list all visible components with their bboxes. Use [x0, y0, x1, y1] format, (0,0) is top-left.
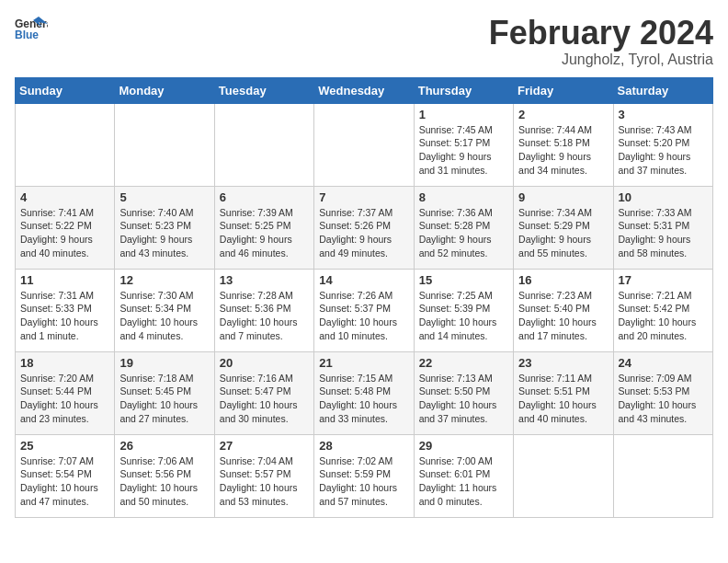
column-header-wednesday: Wednesday — [314, 77, 414, 103]
day-info: Sunrise: 7:25 AM Sunset: 5:39 PM Dayligh… — [419, 289, 508, 343]
day-cell: 27Sunrise: 7:04 AM Sunset: 5:57 PM Dayli… — [214, 434, 313, 517]
day-number: 22 — [419, 356, 508, 370]
day-info: Sunrise: 7:18 AM Sunset: 5:45 PM Dayligh… — [119, 372, 209, 426]
logo: General Blue — [15, 15, 48, 40]
calendar-header: SundayMondayTuesdayWednesdayThursdayFrid… — [16, 77, 713, 103]
day-cell — [214, 103, 313, 186]
day-cell: 28Sunrise: 7:02 AM Sunset: 5:59 PM Dayli… — [314, 434, 414, 517]
day-cell: 25Sunrise: 7:07 AM Sunset: 5:54 PM Dayli… — [16, 434, 115, 517]
day-number: 14 — [319, 273, 408, 287]
day-cell: 24Sunrise: 7:09 AM Sunset: 5:53 PM Dayli… — [613, 351, 712, 434]
day-info: Sunrise: 7:15 AM Sunset: 5:48 PM Dayligh… — [319, 372, 408, 426]
day-number: 8 — [419, 190, 508, 204]
day-cell: 10Sunrise: 7:33 AM Sunset: 5:31 PM Dayli… — [613, 186, 712, 269]
day-info: Sunrise: 7:20 AM Sunset: 5:44 PM Dayligh… — [20, 372, 109, 426]
day-info: Sunrise: 7:45 AM Sunset: 5:17 PM Dayligh… — [419, 123, 508, 178]
day-cell: 13Sunrise: 7:28 AM Sunset: 5:36 PM Dayli… — [214, 269, 313, 351]
day-info: Sunrise: 7:30 AM Sunset: 5:34 PM Dayligh… — [119, 289, 209, 343]
week-row-2: 11Sunrise: 7:31 AM Sunset: 5:33 PM Dayli… — [16, 269, 713, 351]
day-info: Sunrise: 7:26 AM Sunset: 5:37 PM Dayligh… — [319, 289, 408, 343]
day-cell: 17Sunrise: 7:21 AM Sunset: 5:42 PM Dayli… — [613, 269, 712, 351]
day-number: 7 — [319, 190, 408, 204]
day-number: 9 — [518, 190, 608, 204]
day-number: 1 — [419, 108, 508, 121]
day-info: Sunrise: 7:33 AM Sunset: 5:31 PM Dayligh… — [619, 206, 708, 260]
day-cell: 4Sunrise: 7:41 AM Sunset: 5:22 PM Daylig… — [16, 186, 115, 269]
day-number: 4 — [20, 190, 109, 204]
day-number: 26 — [119, 439, 209, 453]
week-row-3: 18Sunrise: 7:20 AM Sunset: 5:44 PM Dayli… — [16, 351, 713, 434]
day-number: 5 — [119, 190, 209, 204]
day-info: Sunrise: 7:02 AM Sunset: 5:59 PM Dayligh… — [319, 454, 408, 509]
day-info: Sunrise: 7:40 AM Sunset: 5:23 PM Dayligh… — [119, 206, 209, 260]
column-header-saturday: Saturday — [613, 77, 712, 103]
day-info: Sunrise: 7:13 AM Sunset: 5:50 PM Dayligh… — [419, 372, 508, 426]
day-info: Sunrise: 7:16 AM Sunset: 5:47 PM Dayligh… — [220, 372, 309, 426]
day-number: 10 — [619, 190, 708, 204]
day-cell: 5Sunrise: 7:40 AM Sunset: 5:23 PM Daylig… — [115, 186, 214, 269]
day-info: Sunrise: 7:36 AM Sunset: 5:28 PM Dayligh… — [419, 206, 508, 260]
day-number: 2 — [518, 108, 608, 121]
day-cell — [115, 103, 214, 186]
day-cell: 14Sunrise: 7:26 AM Sunset: 5:37 PM Dayli… — [314, 269, 414, 351]
week-row-1: 4Sunrise: 7:41 AM Sunset: 5:22 PM Daylig… — [16, 186, 713, 269]
day-cell: 7Sunrise: 7:37 AM Sunset: 5:26 PM Daylig… — [314, 186, 414, 269]
day-cell — [314, 103, 414, 186]
day-number: 19 — [119, 356, 209, 370]
main-title: February 2024 — [489, 15, 713, 52]
day-cell: 19Sunrise: 7:18 AM Sunset: 5:45 PM Dayli… — [115, 351, 214, 434]
day-number: 12 — [119, 273, 209, 287]
day-info: Sunrise: 7:28 AM Sunset: 5:36 PM Dayligh… — [220, 289, 309, 343]
day-cell — [613, 434, 712, 517]
day-number: 21 — [319, 356, 408, 370]
day-number: 23 — [518, 356, 608, 370]
day-info: Sunrise: 7:04 AM Sunset: 5:57 PM Dayligh… — [220, 454, 309, 509]
day-info: Sunrise: 7:00 AM Sunset: 6:01 PM Dayligh… — [419, 454, 508, 509]
week-row-4: 25Sunrise: 7:07 AM Sunset: 5:54 PM Dayli… — [16, 434, 713, 517]
day-cell: 22Sunrise: 7:13 AM Sunset: 5:50 PM Dayli… — [414, 351, 513, 434]
day-number: 25 — [20, 439, 109, 453]
day-number: 6 — [220, 190, 309, 204]
day-info: Sunrise: 7:41 AM Sunset: 5:22 PM Dayligh… — [20, 206, 109, 260]
day-cell — [514, 434, 613, 517]
column-header-sunday: Sunday — [16, 77, 115, 103]
day-cell: 9Sunrise: 7:34 AM Sunset: 5:29 PM Daylig… — [514, 186, 613, 269]
day-cell: 26Sunrise: 7:06 AM Sunset: 5:56 PM Dayli… — [115, 434, 214, 517]
day-info: Sunrise: 7:21 AM Sunset: 5:42 PM Dayligh… — [619, 289, 708, 343]
day-number: 3 — [619, 108, 708, 121]
day-number: 17 — [619, 273, 708, 287]
day-info: Sunrise: 7:07 AM Sunset: 5:54 PM Dayligh… — [20, 454, 109, 509]
column-header-monday: Monday — [115, 77, 214, 103]
day-number: 16 — [518, 273, 608, 287]
day-number: 15 — [419, 273, 508, 287]
day-info: Sunrise: 7:11 AM Sunset: 5:51 PM Dayligh… — [518, 372, 608, 426]
day-cell: 6Sunrise: 7:39 AM Sunset: 5:25 PM Daylig… — [214, 186, 313, 269]
column-header-tuesday: Tuesday — [214, 77, 313, 103]
day-info: Sunrise: 7:34 AM Sunset: 5:29 PM Dayligh… — [518, 206, 608, 260]
day-cell: 18Sunrise: 7:20 AM Sunset: 5:44 PM Dayli… — [16, 351, 115, 434]
day-cell: 20Sunrise: 7:16 AM Sunset: 5:47 PM Dayli… — [214, 351, 313, 434]
calendar-table: SundayMondayTuesdayWednesdayThursdayFrid… — [15, 77, 713, 518]
day-info: Sunrise: 7:23 AM Sunset: 5:40 PM Dayligh… — [518, 289, 608, 343]
day-number: 27 — [220, 439, 309, 453]
day-cell: 12Sunrise: 7:30 AM Sunset: 5:34 PM Dayli… — [115, 269, 214, 351]
day-info: Sunrise: 7:37 AM Sunset: 5:26 PM Dayligh… — [319, 206, 408, 260]
day-cell: 2Sunrise: 7:44 AM Sunset: 5:18 PM Daylig… — [514, 103, 613, 186]
day-cell: 29Sunrise: 7:00 AM Sunset: 6:01 PM Dayli… — [414, 434, 513, 517]
column-header-friday: Friday — [514, 77, 613, 103]
day-info: Sunrise: 7:06 AM Sunset: 5:56 PM Dayligh… — [119, 454, 209, 509]
day-cell: 15Sunrise: 7:25 AM Sunset: 5:39 PM Dayli… — [414, 269, 513, 351]
day-number: 28 — [319, 439, 408, 453]
header: General Blue February 2024 Jungholz, Tyr… — [15, 15, 713, 68]
week-row-0: 1Sunrise: 7:45 AM Sunset: 5:17 PM Daylig… — [16, 103, 713, 186]
day-cell: 11Sunrise: 7:31 AM Sunset: 5:33 PM Dayli… — [16, 269, 115, 351]
svg-text:Blue: Blue — [15, 29, 39, 40]
calendar-body: 1Sunrise: 7:45 AM Sunset: 5:17 PM Daylig… — [16, 103, 713, 517]
day-number: 18 — [20, 356, 109, 370]
day-cell: 23Sunrise: 7:11 AM Sunset: 5:51 PM Dayli… — [514, 351, 613, 434]
day-cell: 16Sunrise: 7:23 AM Sunset: 5:40 PM Dayli… — [514, 269, 613, 351]
day-cell — [16, 103, 115, 186]
day-cell: 1Sunrise: 7:45 AM Sunset: 5:17 PM Daylig… — [414, 103, 513, 186]
day-number: 13 — [220, 273, 309, 287]
sub-title: Jungholz, Tyrol, Austria — [489, 52, 713, 68]
